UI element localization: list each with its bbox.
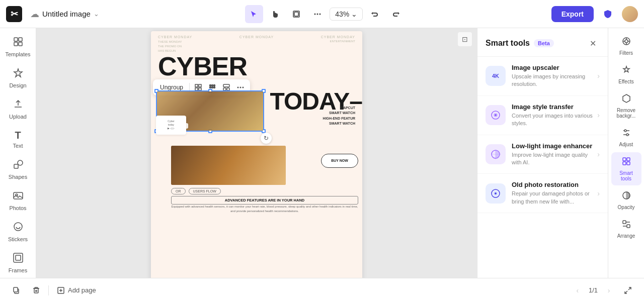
add-page-button[interactable]: Add page (53, 284, 100, 296)
image-upscaler-chevron-icon: › (597, 72, 600, 80)
zoom-value: 43% (335, 10, 349, 18)
adjust-icon (621, 128, 631, 140)
expand-button[interactable] (620, 282, 636, 298)
svg-rect-16 (199, 88, 201, 90)
user-avatar[interactable] (622, 6, 638, 22)
redo-button[interactable] (387, 5, 405, 23)
smart-tool-photo-restoration[interactable]: Old photo restoration Repair your damage… (477, 174, 608, 213)
right-panel-remove-bg[interactable]: Removebackgr... (611, 89, 641, 123)
svg-marker-42 (623, 94, 630, 103)
svg-rect-25 (227, 88, 229, 90)
document-title-area[interactable]: ☁ Untitled image ⌄ (30, 9, 99, 20)
topbar-center-tools: 43% ⌄ (103, 5, 547, 23)
photo-restoration-chevron-icon: › (597, 189, 600, 197)
smart-tool-image-upscaler[interactable]: 4K Image upscaler Upscale images by incr… (477, 57, 608, 96)
right-panel-filters[interactable]: Filters (611, 32, 641, 60)
right-panel-smart-tools[interactable]: Smarttools (611, 152, 641, 185)
frame-options-button[interactable] (308, 5, 327, 23)
right-panel-opacity[interactable]: Opacity (611, 186, 641, 214)
right-panel-arrange[interactable]: Arrange (611, 215, 641, 243)
svg-rect-12 (16, 255, 21, 260)
small-card-text: Cybertoday▶ ◁ ▷ (168, 120, 175, 130)
page-prev-button[interactable]: ‹ (571, 283, 585, 297)
svg-point-17 (210, 84, 211, 86)
sidebar-item-frames[interactable]: Frames (3, 248, 33, 277)
watch-feature: HIGH-END FEATUR (323, 116, 355, 122)
canvas-page[interactable]: CYBER MONDAY CYBER MONDAY CYBER MONDAY T… (151, 31, 362, 278)
image-upscaler-name: Image upscaler (512, 64, 597, 71)
svg-rect-58 (34, 288, 38, 293)
page-navigation: ‹ 1/1 › (571, 283, 616, 297)
tag-or: OR (171, 188, 186, 194)
sidebar-item-templates[interactable]: Templates (3, 32, 33, 61)
style-transfer-text: Image style transfer Convert your images… (512, 103, 597, 128)
undo-button[interactable] (366, 5, 384, 23)
remove-bg-icon (621, 93, 631, 106)
svg-point-44 (624, 130, 626, 132)
low-light-name: Low-light image enhancer (512, 142, 597, 150)
delete-button[interactable] (28, 282, 44, 298)
sidebar-item-text[interactable]: T Text (3, 126, 33, 153)
svg-point-20 (210, 86, 211, 88)
subtitle-left: THESE MONDAYTHE PROMO ONHAS BEGUN (158, 40, 182, 53)
shapes-icon (13, 159, 24, 172)
add-page-label: Add page (68, 286, 96, 294)
right-panel-effects[interactable]: Effects (611, 61, 641, 88)
watch-type: SMART WATCH (323, 121, 355, 127)
svg-point-37 (625, 40, 628, 43)
smart-tools-icon (621, 156, 631, 169)
canvas-subtitle: THESE MONDAYTHE PROMO ONHAS BEGUN ENTERT… (151, 40, 362, 53)
zoom-control[interactable]: 43% ⌄ (330, 8, 363, 21)
export-button[interactable]: Export (551, 6, 594, 22)
smart-tools-close-button[interactable]: ✕ (586, 36, 600, 50)
sidebar-item-shapes[interactable]: Shapes (3, 155, 33, 184)
svg-point-46 (626, 134, 628, 136)
filters-label: Filters (619, 50, 633, 56)
header-col-3: CYBER MONDAY (321, 35, 355, 39)
select-tool-button[interactable] (245, 5, 263, 23)
svg-rect-15 (195, 88, 198, 90)
shield-button[interactable] (599, 5, 617, 23)
sidebar-item-design[interactable]: Design (3, 63, 33, 92)
photos-label: Photos (9, 205, 26, 211)
topbar: ✂ ☁ Untitled image ⌄ 43% ⌄ Export (0, 0, 644, 28)
design-icon (13, 67, 24, 81)
copy-button[interactable] (8, 282, 24, 298)
hand-tool-button[interactable] (266, 5, 284, 23)
upload-icon (13, 98, 24, 112)
svg-rect-57 (14, 287, 18, 292)
svg-rect-14 (199, 84, 201, 87)
effects-label: Effects (618, 79, 633, 84)
sidebar-item-upload[interactable]: Upload (3, 94, 33, 124)
page-options-button[interactable]: ⊡ (458, 32, 472, 46)
svg-rect-53 (627, 225, 630, 228)
opacity-icon (621, 190, 631, 203)
svg-point-22 (214, 86, 215, 88)
style-transfer-icon (486, 105, 506, 125)
stickers-label: Stickers (8, 236, 28, 242)
svg-rect-1 (294, 12, 298, 16)
page-next-button[interactable]: › (602, 283, 616, 297)
low-light-desc: Improve low-light image quality with AI. (512, 151, 597, 167)
buy-now-button[interactable]: BUY NOW (321, 154, 358, 168)
frame-tool-button[interactable] (287, 5, 305, 23)
smart-tools-header: Smart tools Beta ✕ (477, 28, 608, 57)
style-transfer-desc: Convert your images into various styles. (512, 112, 597, 128)
svg-rect-11 (14, 253, 23, 262)
smart-tools-label: Smarttools (619, 170, 633, 181)
svg-rect-47 (623, 158, 626, 161)
sidebar-item-photos[interactable]: Photos (3, 186, 33, 215)
svg-rect-52 (623, 221, 626, 224)
svg-point-28 (243, 86, 244, 88)
buy-now-label: BUY NOW (331, 159, 348, 162)
remove-bg-label: Removebackgr... (617, 108, 636, 119)
svg-rect-50 (627, 162, 630, 165)
smart-tool-style-transfer[interactable]: Image style transfer Convert your images… (477, 96, 608, 135)
sidebar-item-stickers[interactable]: Stickers (3, 217, 33, 246)
refresh-button[interactable]: ↻ (261, 133, 272, 144)
smart-tool-low-light[interactable]: Low-light image enhancer Improve low-lig… (477, 135, 608, 174)
svg-rect-4 (14, 42, 18, 46)
right-panel-adjust[interactable]: Adjust (611, 124, 641, 151)
svg-point-7 (18, 160, 23, 165)
text-label: Text (13, 143, 23, 149)
